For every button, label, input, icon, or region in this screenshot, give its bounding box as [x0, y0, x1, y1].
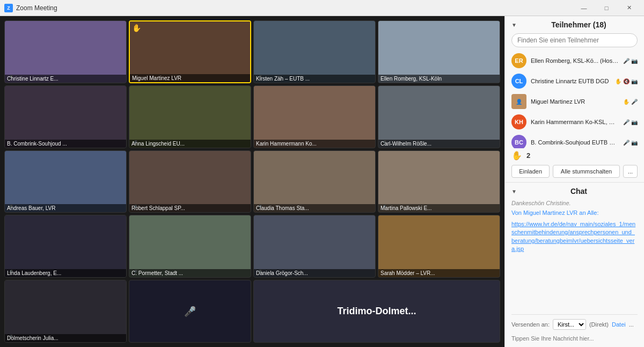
chat-sender: Von Miguel Martinez LVR an Alle:: [511, 209, 638, 216]
tile-name-dolmet: Dolmetscherin Julia...: [5, 334, 126, 342]
tile-name-linda: Linda Laudenberg, E...: [5, 269, 126, 277]
tile-tridimo[interactable]: Tridimo-Dolmet...: [253, 280, 500, 343]
participant-icons-cl: ✋ 🔇 📷: [615, 78, 638, 84]
tile-name-daniela: Daniela Grögor-Sch...: [254, 269, 375, 277]
chat-input-area: Versenden an: Kirst... (Direkt) Datei ..…: [511, 314, 638, 343]
tile-karin[interactable]: Karin Hammermann Ko...: [253, 85, 376, 148]
hand-raised-icon: ✋: [132, 24, 141, 32]
tile-daniela[interactable]: 🎤 Daniela Grögor-Sch...: [253, 215, 376, 278]
chat-messages: Dankeschön Christine. Von Miguel Martine…: [511, 200, 638, 314]
participants-header: ▼ Teilnehmer (18): [511, 20, 638, 29]
main-container: 🎤 Christine Linnartz E... ✋ Miguel Marti…: [0, 16, 644, 347]
tile-name-robert: Robert Schlappal SP...: [129, 204, 251, 212]
tile-name-kirsten: Kirsten Zäh – EUTB ...: [254, 75, 375, 83]
participant-name-bc: B. Combrink-Souhjoud EUTB SL K: [531, 139, 619, 146]
tile-name-carl: Carl-Wilhelm Rößle...: [378, 140, 500, 148]
tile-name-miguel: Miguel Martinez LVR: [130, 74, 250, 82]
tile-name-sarah: Sarah Mödder – LVR...: [378, 269, 500, 277]
participant-name-kh: Karin Hammermann Ko-KSL, NRW: [531, 119, 619, 125]
file-label[interactable]: Datei: [612, 321, 626, 328]
participants-title: Teilnehmer (18): [520, 20, 638, 29]
tile-name-cporm: C. Pormetter, Stadt ...: [129, 269, 251, 277]
chat-chevron[interactable]: ▼: [511, 189, 517, 194]
participant-item-ml: 👤 Miguel Martinez LVR ✋ 🎤: [511, 92, 638, 111]
participants-chevron[interactable]: ▼: [511, 22, 517, 28]
tile-name-andreas: Andreas Bauer, LVR: [5, 204, 126, 212]
tile-bcombrink[interactable]: B. Combrink-Souhjoud ...: [4, 85, 127, 148]
chat-more-btn[interactable]: ...: [629, 321, 634, 328]
hand-icon-small: ✋: [511, 150, 522, 161]
tile-tridimo-icon[interactable]: 🎤: [129, 280, 251, 343]
app-icon: Z: [4, 4, 13, 12]
chat-preview-msg: Dankeschön Christine.: [511, 200, 638, 206]
participant-name-cl: Christine Linnartz EUTB DGD: [531, 78, 611, 84]
minimize-button[interactable]: —: [573, 1, 595, 15]
participant-item-er: ER Ellen Romberg, KSL-Kö... (Host, ich) …: [511, 52, 638, 70]
tile-name-martina: Martina Pallowski E...: [378, 204, 500, 212]
participant-name-er: Ellen Romberg, KSL-Kö... (Host, ich): [531, 57, 619, 64]
tile-christine[interactable]: 🎤 Christine Linnartz E...: [4, 20, 127, 83]
tile-carl[interactable]: 🎤 Carl-Wilhelm Rößle...: [378, 85, 500, 148]
tile-ellen[interactable]: Ellen Romberg, KSL-Köln: [378, 20, 500, 83]
invite-button[interactable]: Einladen: [511, 165, 550, 178]
tile-sarah[interactable]: Sarah Mödder – LVR...: [378, 215, 500, 278]
send-to-label: Versenden an:: [511, 321, 550, 328]
chat-header: ▼ Chat: [511, 187, 638, 196]
avatar-cl: CL: [511, 74, 526, 89]
chat-title: Chat: [520, 187, 638, 196]
participant-item-kh: KH Karin Hammermann Ko-KSL, NRW 🎤 📷: [511, 113, 638, 131]
tile-name-claudia: Claudia Thomas Sta...: [254, 204, 375, 212]
participant-icons-bc: 🎤 📷: [623, 140, 638, 146]
tile-martina[interactable]: 🎤 Martina Pallowski E...: [378, 150, 500, 213]
participants-buttons: Einladen Alle stummschalten ...: [511, 165, 638, 178]
tile-name-christine: Christine Linnartz E...: [5, 75, 126, 83]
chat-section: ▼ Chat Dankeschön Christine. Von Miguel …: [505, 183, 644, 347]
avatar-kh: KH: [511, 114, 526, 129]
hand-count-row: ✋ 2: [511, 150, 638, 161]
title-bar-left: Z Zoom Meeting: [4, 4, 57, 12]
direct-label: (Direkt): [589, 321, 609, 328]
avatar-er: ER: [511, 53, 526, 68]
maximize-button[interactable]: □: [596, 1, 617, 15]
tile-andreas[interactable]: 🎤 Andreas Bauer, LVR: [4, 150, 127, 213]
participant-list: ER Ellen Romberg, KSL-Kö... (Host, ich) …: [511, 52, 638, 148]
tridimo-mic-icon: 🎤: [184, 306, 196, 317]
participant-icons-ml: ✋ 🎤: [623, 99, 638, 105]
avatar-ml: 👤: [511, 94, 526, 109]
window-controls: — □ ✕: [573, 1, 640, 15]
title-bar: Z Zoom Meeting — □ ✕: [0, 0, 644, 16]
tile-name-bcombrink: B. Combrink-Souhjoud ...: [5, 140, 126, 148]
tile-name-anna: Anna Lingscheid EU...: [129, 140, 251, 148]
tile-name-ellen: Ellen Romberg, KSL-Köln: [378, 75, 500, 83]
participant-item-bc: BC B. Combrink-Souhjoud EUTB SL K 🎤 📷: [511, 133, 638, 148]
participants-section: ▼ Teilnehmer (18) ER Ellen Romberg, KSL-…: [505, 16, 644, 183]
participant-icons-er: 🎤 📷: [623, 58, 638, 64]
tile-linda[interactable]: 🎤 Linda Laudenberg, E...: [4, 215, 127, 278]
participant-item-cl: CL Christine Linnartz EUTB DGD ✋ 🔇 📷: [511, 72, 638, 90]
tridimo-label: Tridimo-Dolmet...: [337, 306, 416, 317]
tile-anna[interactable]: 🎤 Anna Lingscheid EU...: [129, 85, 251, 148]
right-panel: ▼ Teilnehmer (18) ER Ellen Romberg, KSL-…: [504, 16, 644, 347]
participant-icons-kh: 🎤 📷: [623, 119, 638, 125]
avatar-bc: BC: [511, 135, 526, 148]
hand-count: 2: [526, 151, 530, 160]
participant-search[interactable]: [511, 33, 638, 47]
more-button[interactable]: ...: [623, 165, 638, 178]
tile-cporm[interactable]: 🎤 C. Pormetter, Stadt ...: [129, 215, 251, 278]
chat-input[interactable]: [511, 335, 638, 342]
tile-claudia[interactable]: 🎤 Claudia Thomas Sta...: [253, 150, 376, 213]
mute-all-button[interactable]: Alle stummschalten: [553, 165, 620, 178]
tile-miguel[interactable]: ✋ Miguel Martinez LVR: [129, 20, 251, 83]
tile-robert[interactable]: 🎤 Robert Schlappal SP...: [129, 150, 251, 213]
video-grid: 🎤 Christine Linnartz E... ✋ Miguel Marti…: [0, 16, 504, 347]
window-title: Zoom Meeting: [16, 4, 57, 12]
participant-name-ml: Miguel Martinez LVR: [531, 98, 619, 105]
tile-kirsten[interactable]: 🎤 Kirsten Zäh – EUTB ...: [253, 20, 376, 83]
send-to-select[interactable]: Kirst...: [553, 319, 586, 330]
chat-send-to: Versenden an: Kirst... (Direkt) Datei ..…: [511, 319, 638, 330]
close-button[interactable]: ✕: [618, 1, 640, 15]
tile-dolmet[interactable]: 🎤 Dolmetscherin Julia...: [4, 280, 127, 343]
tile-name-karin: Karin Hammermann Ko...: [254, 140, 375, 148]
chat-link[interactable]: https://www.lvr.de/de/nav_main/soziales_…: [511, 220, 638, 254]
